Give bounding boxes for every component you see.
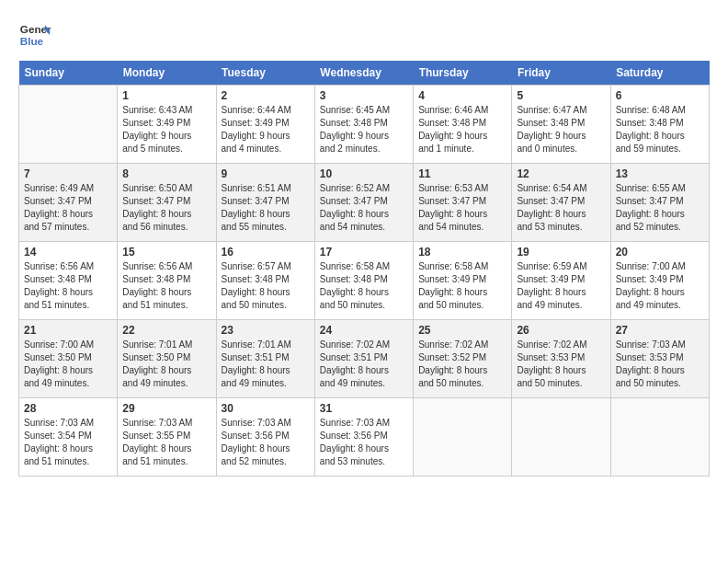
day-number: 17 (320, 246, 408, 259)
day-number: 11 (418, 167, 506, 180)
week-row-3: 21Sunrise: 7:00 AM Sunset: 3:50 PM Dayli… (19, 320, 710, 398)
day-cell: 3Sunrise: 6:45 AM Sunset: 3:48 PM Daylig… (314, 86, 413, 164)
day-cell: 16Sunrise: 6:57 AM Sunset: 3:48 PM Dayli… (216, 242, 314, 320)
day-info: Sunrise: 7:03 AM Sunset: 3:54 PM Dayligh… (24, 417, 112, 468)
weekday-header-row: SundayMondayTuesdayWednesdayThursdayFrid… (19, 61, 710, 86)
day-number: 30 (222, 402, 310, 415)
weekday-header-friday: Friday (512, 61, 610, 86)
day-info: Sunrise: 7:02 AM Sunset: 3:51 PM Dayligh… (320, 339, 408, 390)
day-cell: 31Sunrise: 7:03 AM Sunset: 3:56 PM Dayli… (314, 398, 413, 477)
calendar-table: SundayMondayTuesdayWednesdayThursdayFrid… (18, 61, 710, 477)
day-number: 8 (122, 167, 210, 180)
day-info: Sunrise: 6:54 AM Sunset: 3:47 PM Dayligh… (517, 182, 605, 234)
day-cell: 14Sunrise: 6:56 AM Sunset: 3:48 PM Dayli… (19, 242, 118, 320)
day-cell: 15Sunrise: 6:56 AM Sunset: 3:48 PM Dayli… (118, 242, 216, 320)
day-number: 31 (320, 402, 408, 415)
day-number: 27 (616, 324, 704, 337)
day-number: 6 (616, 89, 704, 102)
week-row-1: 7Sunrise: 6:49 AM Sunset: 3:47 PM Daylig… (19, 164, 710, 242)
day-number: 13 (616, 167, 704, 180)
day-cell: 17Sunrise: 6:58 AM Sunset: 3:48 PM Dayli… (314, 242, 413, 320)
logo-icon: General Blue (18, 18, 51, 52)
day-info: Sunrise: 6:47 AM Sunset: 3:48 PM Dayligh… (517, 104, 605, 155)
day-info: Sunrise: 6:46 AM Sunset: 3:48 PM Dayligh… (418, 104, 506, 155)
day-info: Sunrise: 6:59 AM Sunset: 3:49 PM Dayligh… (517, 260, 605, 312)
weekday-header-monday: Monday (118, 61, 216, 86)
day-cell: 18Sunrise: 6:58 AM Sunset: 3:49 PM Dayli… (414, 242, 512, 320)
day-info: Sunrise: 6:50 AM Sunset: 3:47 PM Dayligh… (122, 182, 210, 234)
week-row-4: 28Sunrise: 7:03 AM Sunset: 3:54 PM Dayli… (19, 398, 710, 477)
day-number: 7 (24, 167, 112, 180)
day-cell: 29Sunrise: 7:03 AM Sunset: 3:55 PM Dayli… (118, 398, 216, 477)
day-number: 21 (24, 324, 112, 337)
day-info: Sunrise: 7:01 AM Sunset: 3:51 PM Dayligh… (222, 339, 310, 390)
day-cell: 5Sunrise: 6:47 AM Sunset: 3:48 PM Daylig… (512, 86, 610, 164)
day-info: Sunrise: 6:44 AM Sunset: 3:49 PM Dayligh… (222, 104, 310, 155)
week-row-0: 1Sunrise: 6:43 AM Sunset: 3:49 PM Daylig… (19, 86, 710, 164)
day-info: Sunrise: 7:02 AM Sunset: 3:52 PM Dayligh… (418, 339, 506, 390)
day-cell (512, 398, 610, 477)
day-info: Sunrise: 6:56 AM Sunset: 3:48 PM Dayligh… (24, 260, 112, 312)
day-info: Sunrise: 6:55 AM Sunset: 3:47 PM Dayligh… (616, 182, 704, 234)
weekday-header-wednesday: Wednesday (314, 61, 413, 86)
day-info: Sunrise: 6:52 AM Sunset: 3:47 PM Dayligh… (320, 182, 408, 234)
day-cell: 21Sunrise: 7:00 AM Sunset: 3:50 PM Dayli… (19, 320, 118, 398)
day-info: Sunrise: 6:43 AM Sunset: 3:49 PM Dayligh… (122, 104, 210, 155)
day-cell: 24Sunrise: 7:02 AM Sunset: 3:51 PM Dayli… (314, 320, 413, 398)
day-info: Sunrise: 7:03 AM Sunset: 3:56 PM Dayligh… (222, 417, 310, 468)
day-cell: 7Sunrise: 6:49 AM Sunset: 3:47 PM Daylig… (19, 164, 118, 242)
day-cell: 8Sunrise: 6:50 AM Sunset: 3:47 PM Daylig… (118, 164, 216, 242)
day-info: Sunrise: 7:02 AM Sunset: 3:53 PM Dayligh… (517, 339, 605, 390)
day-number: 16 (222, 246, 310, 259)
day-number: 2 (222, 89, 310, 102)
day-cell: 30Sunrise: 7:03 AM Sunset: 3:56 PM Dayli… (216, 398, 314, 477)
day-cell: 4Sunrise: 6:46 AM Sunset: 3:48 PM Daylig… (414, 86, 512, 164)
logo: General Blue (18, 18, 51, 52)
day-number: 3 (320, 89, 408, 102)
day-number: 4 (418, 89, 506, 102)
day-cell (414, 398, 512, 477)
day-number: 5 (517, 89, 605, 102)
day-info: Sunrise: 7:00 AM Sunset: 3:49 PM Dayligh… (616, 260, 704, 312)
day-number: 9 (222, 167, 310, 180)
day-number: 23 (222, 324, 310, 337)
svg-text:Blue: Blue (20, 35, 44, 47)
day-number: 18 (418, 246, 506, 259)
day-info: Sunrise: 6:53 AM Sunset: 3:47 PM Dayligh… (418, 182, 506, 234)
day-number: 10 (320, 167, 408, 180)
day-cell: 22Sunrise: 7:01 AM Sunset: 3:50 PM Dayli… (118, 320, 216, 398)
day-info: Sunrise: 6:58 AM Sunset: 3:48 PM Dayligh… (320, 260, 408, 312)
day-number: 29 (122, 402, 210, 415)
day-cell: 25Sunrise: 7:02 AM Sunset: 3:52 PM Dayli… (414, 320, 512, 398)
day-info: Sunrise: 7:01 AM Sunset: 3:50 PM Dayligh… (122, 339, 210, 390)
day-cell: 13Sunrise: 6:55 AM Sunset: 3:47 PM Dayli… (610, 164, 709, 242)
day-cell: 2Sunrise: 6:44 AM Sunset: 3:49 PM Daylig… (216, 86, 314, 164)
week-row-2: 14Sunrise: 6:56 AM Sunset: 3:48 PM Dayli… (19, 242, 710, 320)
day-cell: 23Sunrise: 7:01 AM Sunset: 3:51 PM Dayli… (216, 320, 314, 398)
day-info: Sunrise: 6:48 AM Sunset: 3:48 PM Dayligh… (616, 104, 704, 155)
day-cell: 9Sunrise: 6:51 AM Sunset: 3:47 PM Daylig… (216, 164, 314, 242)
day-info: Sunrise: 6:45 AM Sunset: 3:48 PM Dayligh… (320, 104, 408, 155)
day-info: Sunrise: 6:49 AM Sunset: 3:47 PM Dayligh… (24, 182, 112, 234)
day-number: 12 (517, 167, 605, 180)
weekday-header-thursday: Thursday (414, 61, 512, 86)
day-number: 14 (24, 246, 112, 259)
weekday-header-sunday: Sunday (19, 61, 118, 86)
day-number: 28 (24, 402, 112, 415)
day-number: 24 (320, 324, 408, 337)
day-number: 20 (616, 246, 704, 259)
day-cell: 26Sunrise: 7:02 AM Sunset: 3:53 PM Dayli… (512, 320, 610, 398)
day-info: Sunrise: 7:00 AM Sunset: 3:50 PM Dayligh… (24, 339, 112, 390)
day-number: 15 (122, 246, 210, 259)
day-info: Sunrise: 6:56 AM Sunset: 3:48 PM Dayligh… (122, 260, 210, 312)
day-number: 26 (517, 324, 605, 337)
day-cell: 20Sunrise: 7:00 AM Sunset: 3:49 PM Dayli… (610, 242, 709, 320)
day-cell: 19Sunrise: 6:59 AM Sunset: 3:49 PM Dayli… (512, 242, 610, 320)
weekday-header-tuesday: Tuesday (216, 61, 314, 86)
day-info: Sunrise: 7:03 AM Sunset: 3:53 PM Dayligh… (616, 339, 704, 390)
day-cell: 1Sunrise: 6:43 AM Sunset: 3:49 PM Daylig… (118, 86, 216, 164)
day-cell: 10Sunrise: 6:52 AM Sunset: 3:47 PM Dayli… (314, 164, 413, 242)
day-info: Sunrise: 6:51 AM Sunset: 3:47 PM Dayligh… (222, 182, 310, 234)
day-info: Sunrise: 7:03 AM Sunset: 3:56 PM Dayligh… (320, 417, 408, 468)
day-number: 25 (418, 324, 506, 337)
